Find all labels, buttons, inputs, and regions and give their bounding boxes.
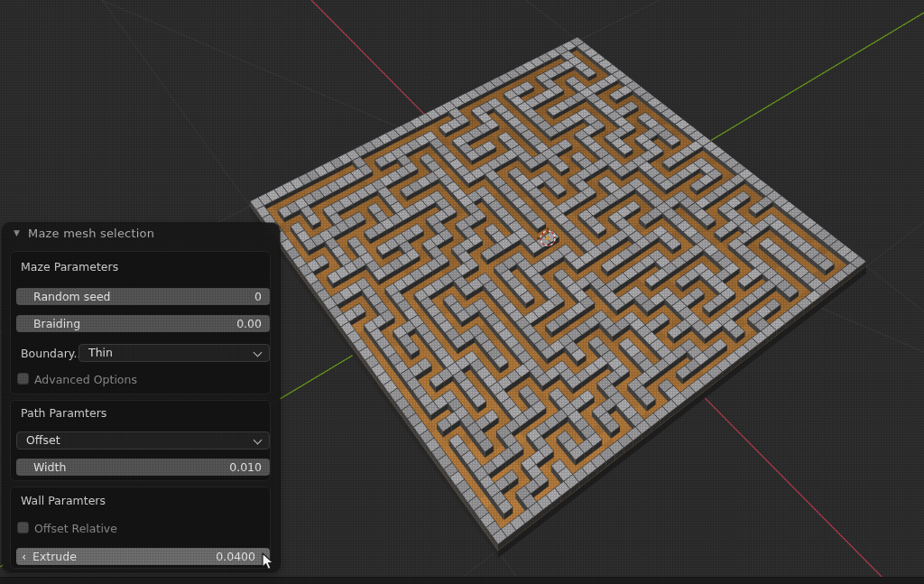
path-parameters-box: Path Paramters Offset Width 0.010 bbox=[10, 400, 271, 481]
path-type-dropdown[interactable]: Offset bbox=[16, 431, 270, 450]
slider-right-arrow-icon[interactable]: › bbox=[262, 548, 266, 565]
collapse-triangle-icon[interactable]: ▼ bbox=[14, 228, 20, 237]
panel-title: Maze mesh selection bbox=[28, 227, 154, 240]
chevron-down-icon bbox=[254, 348, 263, 357]
path-parameters-heading: Path Paramters bbox=[21, 406, 106, 420]
path-type-value: Offset bbox=[26, 432, 60, 449]
braiding-value: 0.00 bbox=[236, 315, 262, 332]
maze-parameters-heading: Maze Parameters bbox=[21, 260, 118, 273]
operator-panel: ▼ Maze mesh selection Maze Parameters Ra… bbox=[3, 223, 280, 571]
blender-window: { "viewport": { "background": "#2e2e2e",… bbox=[0, 0, 924, 584]
boundary-label: Boundary... bbox=[21, 347, 84, 360]
width-label: Width bbox=[33, 459, 66, 476]
wall-parameters-box: Wall Paramters Offset Relative ‹ Extrude… bbox=[10, 487, 271, 569]
offset-relative-label: Offset Relative bbox=[34, 522, 117, 535]
extrude-value: 0.0400 bbox=[216, 548, 255, 565]
chevron-down-icon bbox=[254, 436, 263, 445]
advanced-options-checkbox[interactable] bbox=[17, 373, 29, 385]
width-value: 0.010 bbox=[229, 459, 262, 476]
boundary-dropdown[interactable]: Thin bbox=[79, 344, 270, 362]
offset-relative-checkbox[interactable] bbox=[17, 522, 29, 533]
wall-parameters-heading: Wall Paramters bbox=[21, 494, 106, 507]
braiding-label: Braiding bbox=[33, 315, 80, 332]
editor-divider[interactable] bbox=[0, 577, 924, 584]
slider-left-arrow-icon[interactable]: ‹ bbox=[22, 548, 26, 565]
width-slider[interactable]: Width 0.010 bbox=[16, 459, 270, 476]
extrude-label: Extrude bbox=[32, 548, 77, 565]
random-seed-label: Random seed bbox=[33, 288, 111, 305]
panel-header[interactable]: ▼ Maze mesh selection bbox=[3, 223, 280, 246]
random-seed-slider[interactable]: Random seed 0 bbox=[16, 288, 270, 305]
boundary-dropdown-value: Thin bbox=[88, 345, 113, 361]
maze-parameters-box: Maze Parameters Random seed 0 Braiding 0… bbox=[10, 251, 271, 394]
extrude-slider[interactable]: ‹ Extrude 0.0400 › bbox=[16, 548, 270, 565]
random-seed-value: 0 bbox=[254, 288, 262, 305]
braiding-slider[interactable]: Braiding 0.00 bbox=[16, 315, 270, 332]
advanced-options-label: Advanced Options bbox=[34, 373, 137, 386]
